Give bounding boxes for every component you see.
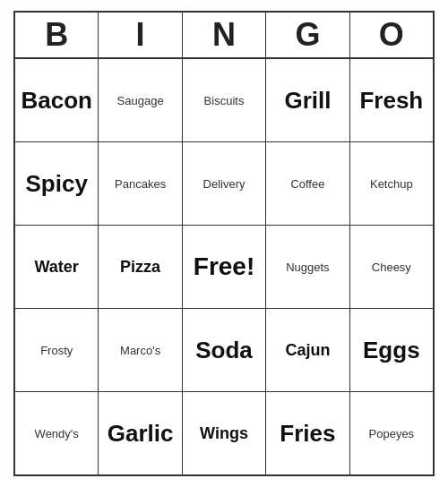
cell-text: Wendy's — [35, 427, 79, 440]
bingo-row: BaconSaugageBiscuitsGrillFresh — [15, 59, 433, 142]
bingo-cell: Eggs — [350, 309, 433, 391]
bingo-row: SpicyPancakesDeliveryCoffeeKetchup — [15, 142, 433, 226]
bingo-cell: Spicy — [15, 142, 99, 225]
cell-text: Spicy — [26, 170, 88, 198]
cell-text: Marco's — [120, 344, 160, 357]
bingo-cell: Biscuits — [183, 59, 266, 141]
bingo-cell: Grill — [266, 59, 349, 141]
header-letter: N — [183, 13, 266, 57]
cell-text: Pancakes — [115, 177, 166, 191]
cell-text: Water — [35, 258, 79, 277]
cell-text: Cajun — [285, 341, 330, 360]
bingo-cell: Popeyes — [350, 392, 433, 474]
bingo-cell: Frosty — [15, 309, 99, 391]
bingo-cell: Pizza — [99, 226, 182, 308]
cell-text: Nuggets — [286, 261, 329, 274]
bingo-cell: Delivery — [183, 142, 266, 225]
cell-text: Frosty — [40, 344, 73, 357]
header-letter: I — [99, 13, 182, 57]
bingo-cell: Pancakes — [99, 142, 182, 225]
cell-text: Delivery — [203, 177, 246, 191]
bingo-cell: Fresh — [350, 59, 433, 141]
cell-text: Pizza — [120, 258, 160, 277]
cell-text: Eggs — [363, 337, 420, 364]
cell-text: Free! — [194, 252, 254, 281]
bingo-cell: Marco's — [99, 309, 182, 391]
cell-text: Bacon — [21, 87, 91, 115]
bingo-cell: Fries — [266, 392, 349, 474]
bingo-card: BINGO BaconSaugageBiscuitsGrillFreshSpic… — [13, 11, 435, 476]
bingo-cell: Bacon — [15, 59, 99, 141]
bingo-cell: Soda — [183, 309, 266, 391]
cell-text: Coffee — [290, 177, 324, 191]
cell-text: Ketchup — [370, 177, 413, 191]
bingo-cell: Cajun — [266, 309, 349, 391]
bingo-cell: Wings — [183, 392, 266, 474]
cell-text: Soda — [195, 337, 253, 364]
bingo-body: BaconSaugageBiscuitsGrillFreshSpicyPanca… — [15, 59, 433, 474]
bingo-row: Wendy'sGarlicWingsFriesPopeyes — [15, 392, 433, 474]
bingo-cell: Cheesy — [350, 226, 433, 308]
header-letter: B — [15, 13, 99, 57]
bingo-cell: Saugage — [99, 59, 182, 141]
cell-text: Cheesy — [372, 261, 411, 274]
cell-text: Grill — [284, 87, 331, 115]
cell-text: Saugage — [117, 94, 164, 107]
bingo-row: WaterPizzaFree!NuggetsCheesy — [15, 226, 433, 309]
bingo-cell: Water — [15, 226, 99, 308]
bingo-cell: Free! — [183, 226, 266, 308]
cell-text: Fresh — [359, 87, 423, 115]
bingo-row: FrostyMarco'sSodaCajunEggs — [15, 309, 433, 392]
header-letter: O — [350, 13, 433, 57]
bingo-cell: Nuggets — [266, 226, 349, 308]
bingo-header: BINGO — [15, 13, 433, 59]
bingo-cell: Ketchup — [350, 142, 433, 225]
bingo-cell: Coffee — [266, 142, 349, 225]
cell-text: Popeyes — [369, 427, 415, 440]
header-letter: G — [266, 13, 349, 57]
cell-text: Biscuits — [204, 94, 245, 107]
bingo-cell: Garlic — [99, 392, 182, 474]
cell-text: Fries — [280, 420, 335, 448]
cell-text: Garlic — [108, 420, 174, 448]
bingo-cell: Wendy's — [15, 392, 99, 474]
cell-text: Wings — [200, 424, 248, 443]
